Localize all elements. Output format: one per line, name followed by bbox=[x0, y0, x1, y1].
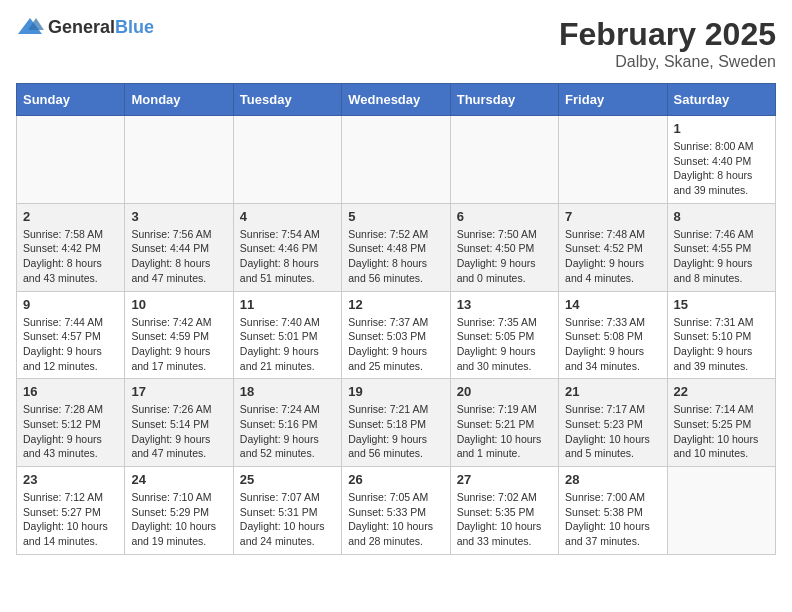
calendar-table: SundayMondayTuesdayWednesdayThursdayFrid… bbox=[16, 83, 776, 555]
day-info: Sunrise: 7:05 AM Sunset: 5:33 PM Dayligh… bbox=[348, 490, 443, 549]
calendar-cell: 4Sunrise: 7:54 AM Sunset: 4:46 PM Daylig… bbox=[233, 203, 341, 291]
calendar-cell: 6Sunrise: 7:50 AM Sunset: 4:50 PM Daylig… bbox=[450, 203, 558, 291]
weekday-header-row: SundayMondayTuesdayWednesdayThursdayFrid… bbox=[17, 84, 776, 116]
day-number: 4 bbox=[240, 209, 335, 224]
calendar-cell: 23Sunrise: 7:12 AM Sunset: 5:27 PM Dayli… bbox=[17, 467, 125, 555]
calendar-cell: 13Sunrise: 7:35 AM Sunset: 5:05 PM Dayli… bbox=[450, 291, 558, 379]
weekday-header-saturday: Saturday bbox=[667, 84, 775, 116]
day-info: Sunrise: 7:12 AM Sunset: 5:27 PM Dayligh… bbox=[23, 490, 118, 549]
calendar-cell: 15Sunrise: 7:31 AM Sunset: 5:10 PM Dayli… bbox=[667, 291, 775, 379]
location-title: Dalby, Skane, Sweden bbox=[559, 53, 776, 71]
calendar-cell: 7Sunrise: 7:48 AM Sunset: 4:52 PM Daylig… bbox=[559, 203, 667, 291]
day-info: Sunrise: 7:14 AM Sunset: 5:25 PM Dayligh… bbox=[674, 402, 769, 461]
day-info: Sunrise: 7:02 AM Sunset: 5:35 PM Dayligh… bbox=[457, 490, 552, 549]
calendar-week-row: 9Sunrise: 7:44 AM Sunset: 4:57 PM Daylig… bbox=[17, 291, 776, 379]
day-info: Sunrise: 7:54 AM Sunset: 4:46 PM Dayligh… bbox=[240, 227, 335, 286]
weekday-header-monday: Monday bbox=[125, 84, 233, 116]
calendar-cell: 2Sunrise: 7:58 AM Sunset: 4:42 PM Daylig… bbox=[17, 203, 125, 291]
calendar-week-row: 1Sunrise: 8:00 AM Sunset: 4:40 PM Daylig… bbox=[17, 116, 776, 204]
day-info: Sunrise: 7:33 AM Sunset: 5:08 PM Dayligh… bbox=[565, 315, 660, 374]
calendar-cell: 20Sunrise: 7:19 AM Sunset: 5:21 PM Dayli… bbox=[450, 379, 558, 467]
day-info: Sunrise: 7:50 AM Sunset: 4:50 PM Dayligh… bbox=[457, 227, 552, 286]
day-info: Sunrise: 7:46 AM Sunset: 4:55 PM Dayligh… bbox=[674, 227, 769, 286]
day-number: 13 bbox=[457, 297, 552, 312]
calendar-cell: 5Sunrise: 7:52 AM Sunset: 4:48 PM Daylig… bbox=[342, 203, 450, 291]
calendar-cell: 9Sunrise: 7:44 AM Sunset: 4:57 PM Daylig… bbox=[17, 291, 125, 379]
day-number: 22 bbox=[674, 384, 769, 399]
calendar-cell: 18Sunrise: 7:24 AM Sunset: 5:16 PM Dayli… bbox=[233, 379, 341, 467]
day-number: 3 bbox=[131, 209, 226, 224]
day-info: Sunrise: 7:31 AM Sunset: 5:10 PM Dayligh… bbox=[674, 315, 769, 374]
day-number: 5 bbox=[348, 209, 443, 224]
calendar-week-row: 2Sunrise: 7:58 AM Sunset: 4:42 PM Daylig… bbox=[17, 203, 776, 291]
day-number: 28 bbox=[565, 472, 660, 487]
day-number: 26 bbox=[348, 472, 443, 487]
day-number: 8 bbox=[674, 209, 769, 224]
day-info: Sunrise: 7:37 AM Sunset: 5:03 PM Dayligh… bbox=[348, 315, 443, 374]
day-number: 20 bbox=[457, 384, 552, 399]
calendar-cell: 11Sunrise: 7:40 AM Sunset: 5:01 PM Dayli… bbox=[233, 291, 341, 379]
day-number: 9 bbox=[23, 297, 118, 312]
day-number: 17 bbox=[131, 384, 226, 399]
calendar-cell bbox=[17, 116, 125, 204]
day-number: 25 bbox=[240, 472, 335, 487]
calendar-cell bbox=[342, 116, 450, 204]
calendar-cell: 25Sunrise: 7:07 AM Sunset: 5:31 PM Dayli… bbox=[233, 467, 341, 555]
weekday-header-thursday: Thursday bbox=[450, 84, 558, 116]
calendar-cell: 28Sunrise: 7:00 AM Sunset: 5:38 PM Dayli… bbox=[559, 467, 667, 555]
day-info: Sunrise: 7:28 AM Sunset: 5:12 PM Dayligh… bbox=[23, 402, 118, 461]
day-info: Sunrise: 7:52 AM Sunset: 4:48 PM Dayligh… bbox=[348, 227, 443, 286]
calendar-cell: 26Sunrise: 7:05 AM Sunset: 5:33 PM Dayli… bbox=[342, 467, 450, 555]
day-info: Sunrise: 7:26 AM Sunset: 5:14 PM Dayligh… bbox=[131, 402, 226, 461]
day-number: 21 bbox=[565, 384, 660, 399]
calendar-cell: 10Sunrise: 7:42 AM Sunset: 4:59 PM Dayli… bbox=[125, 291, 233, 379]
calendar-cell: 24Sunrise: 7:10 AM Sunset: 5:29 PM Dayli… bbox=[125, 467, 233, 555]
day-info: Sunrise: 8:00 AM Sunset: 4:40 PM Dayligh… bbox=[674, 139, 769, 198]
weekday-header-wednesday: Wednesday bbox=[342, 84, 450, 116]
day-info: Sunrise: 7:42 AM Sunset: 4:59 PM Dayligh… bbox=[131, 315, 226, 374]
day-info: Sunrise: 7:48 AM Sunset: 4:52 PM Dayligh… bbox=[565, 227, 660, 286]
calendar-cell bbox=[559, 116, 667, 204]
day-info: Sunrise: 7:35 AM Sunset: 5:05 PM Dayligh… bbox=[457, 315, 552, 374]
day-number: 1 bbox=[674, 121, 769, 136]
day-info: Sunrise: 7:40 AM Sunset: 5:01 PM Dayligh… bbox=[240, 315, 335, 374]
day-number: 16 bbox=[23, 384, 118, 399]
day-info: Sunrise: 7:58 AM Sunset: 4:42 PM Dayligh… bbox=[23, 227, 118, 286]
calendar-cell bbox=[450, 116, 558, 204]
day-number: 14 bbox=[565, 297, 660, 312]
day-info: Sunrise: 7:00 AM Sunset: 5:38 PM Dayligh… bbox=[565, 490, 660, 549]
day-number: 18 bbox=[240, 384, 335, 399]
logo: GeneralBlue bbox=[16, 16, 154, 38]
day-number: 11 bbox=[240, 297, 335, 312]
calendar-cell: 27Sunrise: 7:02 AM Sunset: 5:35 PM Dayli… bbox=[450, 467, 558, 555]
calendar-cell: 1Sunrise: 8:00 AM Sunset: 4:40 PM Daylig… bbox=[667, 116, 775, 204]
day-info: Sunrise: 7:56 AM Sunset: 4:44 PM Dayligh… bbox=[131, 227, 226, 286]
page-header: GeneralBlue February 2025 Dalby, Skane, … bbox=[16, 16, 776, 71]
calendar-cell bbox=[233, 116, 341, 204]
weekday-header-friday: Friday bbox=[559, 84, 667, 116]
weekday-header-sunday: Sunday bbox=[17, 84, 125, 116]
day-number: 6 bbox=[457, 209, 552, 224]
day-number: 12 bbox=[348, 297, 443, 312]
calendar-cell: 16Sunrise: 7:28 AM Sunset: 5:12 PM Dayli… bbox=[17, 379, 125, 467]
day-number: 24 bbox=[131, 472, 226, 487]
logo-blue-text: Blue bbox=[115, 17, 154, 37]
month-title: February 2025 bbox=[559, 16, 776, 53]
title-area: February 2025 Dalby, Skane, Sweden bbox=[559, 16, 776, 71]
calendar-cell: 21Sunrise: 7:17 AM Sunset: 5:23 PM Dayli… bbox=[559, 379, 667, 467]
calendar-cell: 8Sunrise: 7:46 AM Sunset: 4:55 PM Daylig… bbox=[667, 203, 775, 291]
day-number: 2 bbox=[23, 209, 118, 224]
day-info: Sunrise: 7:10 AM Sunset: 5:29 PM Dayligh… bbox=[131, 490, 226, 549]
calendar-cell bbox=[667, 467, 775, 555]
day-info: Sunrise: 7:19 AM Sunset: 5:21 PM Dayligh… bbox=[457, 402, 552, 461]
day-info: Sunrise: 7:44 AM Sunset: 4:57 PM Dayligh… bbox=[23, 315, 118, 374]
calendar-cell: 14Sunrise: 7:33 AM Sunset: 5:08 PM Dayli… bbox=[559, 291, 667, 379]
calendar-cell: 3Sunrise: 7:56 AM Sunset: 4:44 PM Daylig… bbox=[125, 203, 233, 291]
logo-general-text: General bbox=[48, 17, 115, 37]
day-number: 23 bbox=[23, 472, 118, 487]
day-number: 7 bbox=[565, 209, 660, 224]
calendar-cell: 19Sunrise: 7:21 AM Sunset: 5:18 PM Dayli… bbox=[342, 379, 450, 467]
calendar-cell: 17Sunrise: 7:26 AM Sunset: 5:14 PM Dayli… bbox=[125, 379, 233, 467]
day-number: 27 bbox=[457, 472, 552, 487]
day-info: Sunrise: 7:21 AM Sunset: 5:18 PM Dayligh… bbox=[348, 402, 443, 461]
